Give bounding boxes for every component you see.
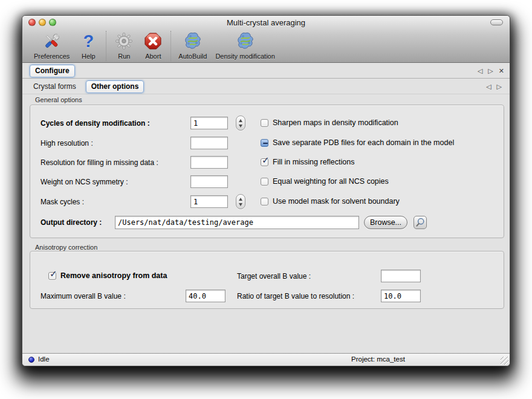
checkbox-sharpen-maps[interactable]: Sharpen maps in density modification (261, 118, 398, 128)
toolbar: Preferences ? Help (22, 29, 510, 63)
sub-tab-nav: ◁ ▷ (486, 83, 502, 91)
checkbox-remove-anisotropy[interactable]: Remove anisotropy from data (48, 271, 167, 281)
field-label: Resolution for filling in missing data : (41, 158, 158, 167)
tab-next-arrow-icon[interactable]: ▷ (497, 83, 502, 91)
field-label: Weight on NCS symmetry : (41, 178, 128, 186)
status-text: Idle (38, 355, 50, 363)
checkbox-fill-missing-reflections[interactable]: Fill in missing reflections (261, 157, 354, 167)
toolbar-item-label: Help (82, 53, 96, 60)
ncs-weight-input[interactable] (190, 175, 228, 188)
tab-next-arrow-icon[interactable]: ▷ (488, 67, 493, 75)
checkbox-mixed-icon[interactable] (261, 139, 268, 147)
content-panel: General options Cycles of density modifi… (22, 95, 510, 354)
high-resolution-input[interactable] (190, 137, 228, 149)
abort-button[interactable]: Abort (138, 31, 167, 60)
toolbar-item-label: Preferences (34, 53, 70, 60)
stepper-up-icon[interactable] (239, 119, 242, 122)
density-modification-button[interactable]: Density modification (211, 31, 279, 60)
autobuild-button[interactable]: AutoBuild (174, 31, 211, 60)
field-label: High resolution : (41, 139, 93, 148)
toolbar-item-label: Density modification (215, 53, 274, 60)
field-label: Mask cycles : (41, 198, 84, 206)
tab-crystal-forms[interactable]: Crystal forms (33, 82, 76, 91)
resize-grip[interactable] (501, 357, 508, 365)
checkbox-use-model-mask[interactable]: Use model mask for solvent boundary (261, 196, 400, 206)
toolbar-toggle-button[interactable] (490, 19, 503, 25)
checkbox-equal-weighting[interactable]: Equal weighting for all NCS copies (261, 177, 389, 186)
group-title-anisotropy: Anisotropy correction (35, 244, 97, 251)
checkbox-checked-icon[interactable] (261, 158, 268, 166)
window-header: Multi-crystal averaging (22, 16, 510, 63)
gear-icon (114, 31, 134, 51)
help-icon: ? (78, 31, 99, 51)
target-b-value-input[interactable] (381, 270, 421, 282)
stepper-down-icon[interactable] (239, 125, 242, 128)
toolbar-item-label: AutoBuild (178, 53, 207, 60)
group-title-general-options: General options (35, 96, 82, 103)
field-label: Cycles of density modification : (41, 119, 150, 128)
mask-cycles-stepper[interactable] (236, 194, 245, 209)
abort-icon (143, 31, 163, 51)
main-tab-bar: Configure ◁ ▷ ✕ (22, 63, 510, 79)
magnifier-icon (415, 217, 426, 228)
window-title: Multi-crystal averaging (22, 16, 510, 29)
title-bar[interactable]: Multi-crystal averaging (22, 16, 510, 29)
tools-icon (42, 31, 62, 51)
toolbar-separator (170, 31, 171, 61)
resolution-filling-input[interactable] (190, 156, 228, 169)
protein-icon (235, 31, 256, 51)
project-label: Project: mca_test (351, 355, 405, 363)
tab-prev-arrow-icon[interactable]: ◁ (478, 67, 482, 75)
tab-close-icon[interactable]: ✕ (499, 67, 504, 75)
help-button[interactable]: ? Help (74, 31, 103, 60)
checkbox-unchecked-icon[interactable] (261, 198, 268, 206)
toolbar-item-label: Abort (145, 53, 161, 60)
sub-tab-bar: Crystal forms Other options ◁ ▷ (22, 79, 510, 94)
general-options-group: Cycles of density modification : High re… (30, 105, 504, 238)
tab-prev-arrow-icon[interactable]: ◁ (486, 83, 491, 91)
status-indicator-icon (28, 357, 34, 363)
cycles-density-modification-input[interactable] (190, 117, 228, 129)
stepper-up-icon[interactable] (239, 198, 242, 201)
ratio-b-value-input[interactable] (381, 290, 421, 302)
anisotropy-group: Remove anisotropy from data Target overa… (30, 251, 504, 309)
checkbox-unchecked-icon[interactable] (261, 178, 268, 186)
checkbox-save-separate-pdb[interactable]: Save separate PDB files for each domain … (261, 138, 454, 148)
output-directory-input[interactable] (115, 216, 359, 229)
tab-nav: ◁ ▷ ✕ (478, 67, 504, 75)
stepper-down-icon[interactable] (239, 203, 242, 206)
checkbox-unchecked-icon[interactable] (261, 119, 268, 127)
field-label: Maximum overall B value : (41, 292, 126, 300)
app-window: Multi-crystal averaging (22, 15, 510, 366)
cycles-stepper[interactable] (236, 115, 245, 131)
tab-configure[interactable]: Configure (30, 65, 75, 77)
tab-other-options[interactable]: Other options (86, 80, 144, 93)
toolbar-separator (106, 31, 106, 61)
field-label: Target overall B value : (237, 272, 311, 281)
browse-button[interactable]: Browse... (364, 216, 407, 229)
search-directory-button[interactable] (414, 216, 427, 229)
preferences-button[interactable]: Preferences (30, 31, 74, 60)
run-button[interactable]: Run (109, 31, 138, 60)
mask-cycles-input[interactable] (190, 195, 228, 208)
max-b-value-input[interactable] (186, 290, 225, 302)
output-directory-label: Output directory : (41, 218, 102, 227)
checkbox-checked-icon[interactable] (48, 272, 56, 280)
status-bar: Idle Project: mca_test (22, 353, 510, 366)
toolbar-item-label: Run (118, 53, 130, 60)
protein-icon (183, 31, 203, 51)
field-label: Ratio of target B value to resolution : (237, 292, 354, 300)
